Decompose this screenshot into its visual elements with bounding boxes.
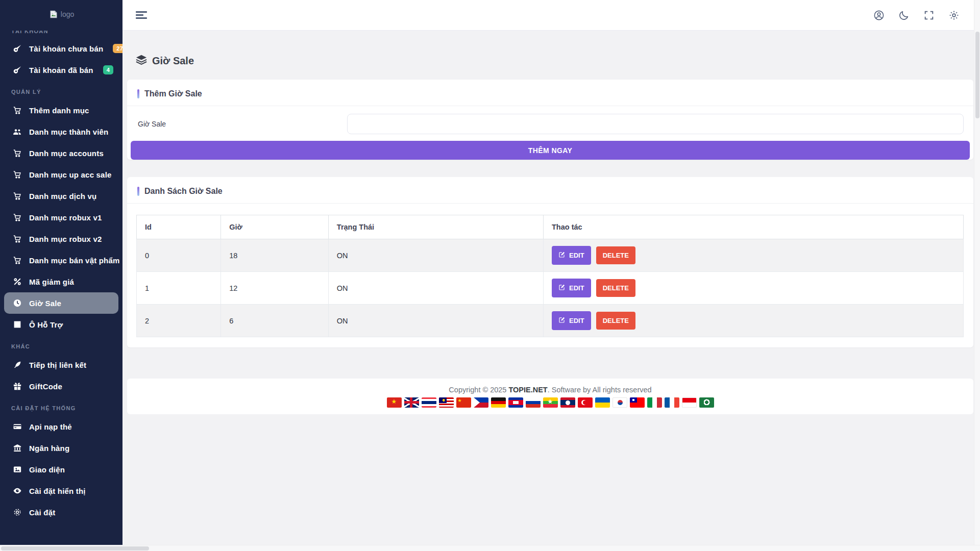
sidebar-item-label: Giờ Sale — [29, 299, 61, 308]
cell-id: 1 — [137, 272, 221, 305]
copyright-text: Copyright © 2025 TOPIE.NET. Software by … — [127, 386, 973, 394]
flag-myanmar-icon[interactable] — [543, 397, 558, 408]
cell-status: ON — [328, 305, 543, 337]
sidebar-item-danh-muc-ban-vat-pham[interactable]: Danh mục bán vật phẩm — [4, 249, 118, 271]
gio-sale-list-card: Danh Sách Giờ Sale Id Giờ Trạng Thái Tha… — [127, 177, 973, 347]
flag-russia-icon[interactable] — [526, 397, 541, 408]
sidebar-item-danh-muc-up-acc-sale[interactable]: Danh mục up acc sale — [4, 164, 118, 185]
flag-turkey-icon[interactable] — [578, 397, 593, 408]
flag-indonesia-icon[interactable] — [682, 397, 697, 408]
sidebar-item-label: Mã giảm giá — [29, 278, 74, 286]
topbar — [122, 0, 980, 31]
edit-pencil-icon — [558, 251, 566, 260]
flag-south-korea-icon[interactable] — [612, 397, 627, 408]
sidebar-item-label: Danh mục robux v1 — [29, 213, 102, 222]
vertical-scrollbar-thumb[interactable] — [975, 32, 979, 118]
gio-sale-input[interactable] — [347, 114, 964, 134]
cart-icon — [12, 191, 22, 201]
percent-icon — [12, 277, 22, 286]
app-logo[interactable]: logo — [0, 0, 122, 23]
delete-button[interactable]: DELETE — [596, 279, 635, 297]
user-account-icon[interactable] — [873, 10, 885, 21]
flag-france-icon[interactable] — [665, 397, 679, 408]
cart-icon — [12, 256, 22, 265]
accent-bar — [137, 187, 139, 196]
sidebar-item-tiep-thi-lien-ket[interactable]: Tiếp thị liên kết — [4, 354, 118, 375]
page-content: Giờ Sale Thêm Giờ Sale Giờ Sale THÊM NGA… — [122, 31, 980, 365]
horizontal-scrollbar-thumb[interactable] — [1, 546, 149, 550]
app-root: logo TÀI KHOẢN Tài khoản chưa bán 27 Tài… — [0, 0, 980, 551]
flag-vietnam-icon[interactable] — [387, 397, 402, 408]
count-badge: 4 — [103, 65, 113, 74]
flag-uk-icon[interactable] — [404, 397, 419, 408]
sidebar-item-label: Cài đặt hiển thị — [29, 487, 86, 495]
flag-laos-icon[interactable] — [560, 397, 575, 408]
sidebar-item-tai-khoan-da-ban[interactable]: Tài khoản đã bán 4 — [4, 59, 118, 81]
delete-button[interactable]: DELETE — [596, 312, 635, 330]
edit-button[interactable]: EDIT — [552, 311, 591, 330]
them-ngay-submit-button[interactable]: THÊM NGAY — [131, 141, 970, 160]
flag-thailand-icon[interactable] — [422, 397, 436, 408]
sidebar-item-cai-dat-hien-thi[interactable]: Cài đặt hiển thị — [4, 480, 118, 502]
fullscreen-icon[interactable] — [923, 10, 935, 21]
sidebar-item-danh-muc-robux-v1[interactable]: Danh mục robux v1 — [4, 207, 118, 228]
edit-pencil-icon — [558, 316, 566, 325]
broken-image-icon — [48, 10, 59, 19]
flag-malaysia-icon[interactable] — [439, 397, 454, 408]
sidebar-item-label: Danh mục thành viên — [29, 128, 109, 136]
brand-name: TOPIE.NET — [508, 386, 547, 394]
vertical-scrollbar[interactable] — [974, 0, 980, 545]
sidebar-item-api-nap-the[interactable]: Api nạp thẻ — [4, 416, 118, 437]
sidebar-item-cai-dat[interactable]: Cài đặt — [4, 502, 118, 523]
accent-bar — [137, 89, 139, 98]
table-row: 2 6 ON EDIT DELETE — [137, 305, 964, 337]
meteor-icon — [12, 44, 22, 53]
add-gio-sale-card: Thêm Giờ Sale Giờ Sale THÊM NGAY — [127, 80, 973, 160]
settings-gear-icon[interactable] — [948, 10, 960, 21]
column-header-thao-tac: Thao tác — [544, 215, 964, 239]
card-header: Thêm Giờ Sale — [127, 80, 973, 106]
sidebar-item-giftcode[interactable]: GiftCode — [4, 375, 118, 397]
flag-china-icon[interactable] — [456, 397, 471, 408]
table-header-row: Id Giờ Trạng Thái Thao tác — [137, 215, 964, 239]
edit-button[interactable]: EDIT — [552, 246, 591, 265]
flag-italy-icon[interactable] — [647, 397, 662, 408]
sidebar-item-label: Ô Hỗ Trợ — [29, 320, 63, 329]
sidebar-item-ma-giam-gia[interactable]: Mã giảm giá — [4, 271, 118, 292]
sidebar-item-danh-muc-dich-vu[interactable]: Danh mục dịch vụ — [4, 185, 118, 207]
delete-button[interactable]: DELETE — [596, 246, 635, 264]
count-badge: 27 — [113, 44, 122, 53]
flag-taiwan-icon[interactable] — [630, 397, 645, 408]
sidebar-section-quan-ly: QUẢN LÝ — [0, 81, 122, 99]
cart-icon — [12, 106, 22, 115]
sidebar-item-danh-muc-thanh-vien[interactable]: Danh mục thành viên — [4, 121, 118, 142]
square-icon — [12, 320, 22, 329]
sidebar-item-tai-khoan-chua-ban[interactable]: Tài khoản chưa bán 27 — [4, 38, 118, 59]
menu-toggle-button[interactable] — [136, 10, 148, 20]
flag-philippines-icon[interactable] — [474, 397, 488, 408]
sidebar-item-danh-muc-robux-v2[interactable]: Danh mục robux v2 — [4, 228, 118, 249]
row-actions: EDIT DELETE — [552, 279, 955, 297]
logo-alt-text: logo — [61, 10, 74, 18]
topbar-actions — [873, 10, 960, 21]
cart-icon — [12, 213, 22, 222]
sidebar-item-gio-sale[interactable]: Giờ Sale — [4, 292, 118, 314]
gio-sale-form-row: Giờ Sale — [127, 106, 973, 134]
sidebar-item-them-danh-muc[interactable]: Thêm danh mục — [4, 99, 118, 121]
dark-mode-moon-icon[interactable] — [898, 10, 910, 21]
flag-germany-icon[interactable] — [491, 397, 506, 408]
flag-ukraine-icon[interactable] — [595, 397, 610, 408]
sidebar-item-o-ho-tro[interactable]: Ô Hỗ Trợ — [4, 314, 118, 335]
horizontal-scrollbar[interactable] — [0, 545, 980, 551]
sidebar-item-giao-dien[interactable]: Giao diện — [4, 459, 118, 480]
gift-icon — [12, 382, 22, 391]
cart-icon — [12, 170, 22, 179]
flag-arab-league-icon[interactable] — [699, 397, 714, 408]
cart-icon — [12, 234, 22, 243]
edit-button[interactable]: EDIT — [552, 279, 591, 297]
sidebar-item-ngan-hang[interactable]: Ngân hàng — [4, 437, 118, 459]
sidebar-item-danh-muc-accounts[interactable]: Danh mục accounts — [4, 142, 118, 164]
column-header-gio: Giờ — [221, 215, 329, 239]
table-row: 0 18 ON EDIT DELETE — [137, 239, 964, 272]
flag-cambodia-icon[interactable] — [508, 397, 523, 408]
